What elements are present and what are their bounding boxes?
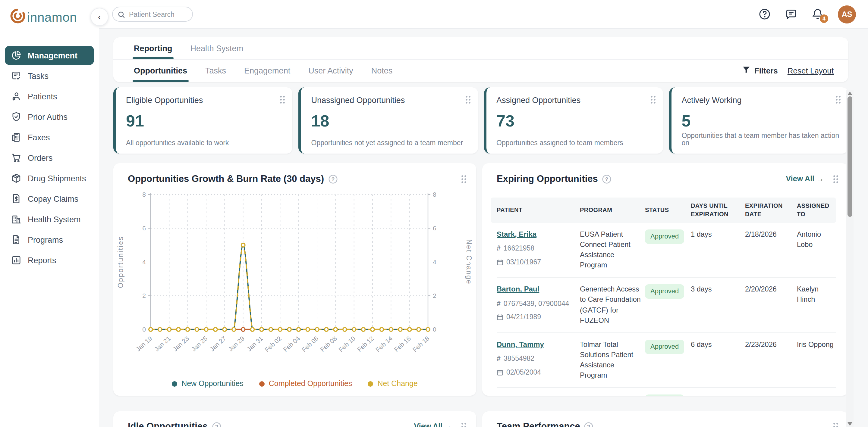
filters-button[interactable]: Filters — [742, 66, 778, 76]
idle-opportunities-card: Idle Opportunities ? View All → — [113, 412, 476, 427]
legend-item-net-change[interactable]: Net Change — [368, 380, 417, 388]
scrollbar-down-arrow[interactable] — [847, 422, 852, 426]
stat-card-value: 18 — [311, 112, 470, 131]
stat-card-unassigned-opportunities: Unassigned Opportunities18Opportunities … — [299, 87, 478, 154]
tab-reporting[interactable]: Reporting — [134, 37, 173, 59]
drag-handle-icon[interactable] — [464, 95, 472, 105]
sidebar-item-label: Reports — [28, 256, 56, 265]
sidebar-item-orders[interactable]: Orders — [5, 148, 94, 167]
expiration-date-cell: 2/20/2026 — [745, 285, 793, 295]
sidebar-item-prior-auths[interactable]: Prior Auths — [5, 107, 94, 127]
patient-ids: #16621958 — [497, 243, 576, 254]
copay-claims-icon — [11, 193, 22, 204]
expiring-help-icon[interactable]: ? — [602, 174, 611, 184]
svg-text:Jan 25: Jan 25 — [190, 335, 209, 353]
days-until-expiration-cell: 3 days — [691, 285, 741, 295]
patient-name-link[interactable]: Stark, Erika — [497, 230, 536, 238]
svg-text:4: 4 — [433, 258, 436, 265]
expiring-view-all-link[interactable]: View All → — [786, 175, 824, 183]
expiring-opportunities-card: Expiring Opportunities ? View All → Pati… — [482, 163, 848, 396]
sidebar-item-reports[interactable]: Reports — [5, 251, 94, 270]
stat-card-description: Opportunities not yet assigned to a team… — [311, 139, 471, 146]
program-cell: EUSA Patient Connect Patient Assistance … — [580, 229, 641, 271]
drag-handle-icon[interactable] — [460, 421, 468, 427]
column-header-program: Program — [580, 206, 641, 215]
subtab-user-activity[interactable]: User Activity — [308, 60, 353, 82]
drag-handle-icon[interactable] — [832, 421, 840, 427]
drag-handle-icon[interactable] — [832, 174, 840, 184]
idle-help-icon[interactable]: ? — [212, 422, 221, 427]
sidebar-item-label: Health System — [28, 215, 81, 224]
patient-cell: Garcia, Ethan #89928046 01/02/2005 — [497, 394, 576, 396]
sidebar-item-management[interactable]: Management — [5, 46, 94, 65]
orders-icon — [11, 152, 22, 163]
idle-view-all-link[interactable]: View All → — [414, 422, 452, 427]
tasks-icon — [11, 70, 22, 81]
status-cell: Approved — [645, 285, 687, 299]
stat-card-value: 73 — [496, 112, 655, 131]
stat-card-assigned-opportunities: Assigned Opportunities73Opportunities as… — [484, 87, 663, 154]
patient-name-link[interactable]: Dunn, Tammy — [497, 340, 544, 349]
drag-handle-icon[interactable] — [649, 95, 657, 105]
chart-help-icon[interactable]: ? — [328, 174, 337, 184]
subtab-engagement[interactable]: Engagement — [244, 60, 290, 82]
legend-item-new-opportunities[interactable]: New Opportunities — [172, 380, 244, 388]
legend-item-completed-opportunities[interactable]: Completed Opportunities — [259, 380, 352, 388]
expiration-date-cell: 2/23/2026 — [745, 394, 793, 396]
hash-icon: # — [497, 243, 501, 254]
secondary-tabs: OpportunitiesTasksEngagementUser Activit… — [113, 60, 848, 82]
sidebar-item-health-system[interactable]: Health System — [5, 209, 94, 229]
drag-handle-icon[interactable] — [279, 95, 287, 105]
tabs-card: ReportingHealth System OpportunitiesTask… — [113, 37, 848, 82]
growth-burn-rate-card: Opportunities Growth & Burn Rate (30 day… — [113, 163, 476, 396]
sidebar-item-copay-claims[interactable]: Copay Claims — [5, 189, 94, 208]
brand-logo[interactable]: innamon — [0, 0, 99, 33]
status-cell: Approved — [645, 394, 687, 396]
status-badge: Approved — [645, 229, 684, 244]
subtab-opportunities[interactable]: Opportunities — [134, 60, 187, 82]
sidebar-item-label: Management — [28, 51, 78, 60]
reset-layout-link[interactable]: Reset Layout — [787, 66, 834, 75]
column-header-patient: Patient — [497, 206, 576, 215]
sidebar-item-label: Programs — [28, 235, 63, 244]
stat-card-description: Opportunities assigned to team members — [496, 139, 656, 146]
stat-card-value: 5 — [682, 112, 840, 131]
sidebar-collapse-button[interactable]: ‹ — [90, 8, 108, 26]
tab-health-system[interactable]: Health System — [190, 37, 244, 59]
team-help-icon[interactable]: ? — [584, 422, 593, 427]
patients-icon — [11, 91, 22, 102]
program-cell: Tolmar Total Solutions Patient Assistanc… — [580, 340, 641, 381]
sidebar-item-label: Faxes — [28, 133, 50, 142]
sidebar-item-label: Prior Auths — [28, 112, 67, 121]
help-icon[interactable] — [758, 8, 771, 21]
sidebar-item-tasks[interactable]: Tasks — [5, 66, 94, 86]
sidebar-item-patients[interactable]: Patients — [5, 87, 94, 106]
sidebar-item-drug-shipments[interactable]: Drug Shipments — [5, 169, 94, 188]
drag-handle-icon[interactable] — [460, 174, 468, 184]
svg-text:Net Change: Net Change — [465, 239, 473, 285]
svg-text:4: 4 — [142, 258, 146, 265]
subtab-tasks[interactable]: Tasks — [205, 60, 226, 82]
hash-icon: # — [497, 299, 501, 309]
patient-name-link[interactable]: Garcia, Ethan — [497, 395, 544, 396]
drag-handle-icon[interactable] — [834, 95, 842, 105]
primary-tabs: ReportingHealth System — [113, 37, 848, 60]
svg-text:?: ? — [605, 176, 609, 182]
scrollbar-up-arrow[interactable] — [847, 92, 852, 95]
svg-text:Feb 12: Feb 12 — [356, 335, 375, 353]
patient-name-link[interactable]: Barton, Paul — [497, 285, 539, 294]
days-until-expiration-cell: 6 days — [691, 394, 741, 396]
patient-search — [112, 7, 193, 22]
chat-icon[interactable] — [785, 8, 798, 21]
column-header-days-until-expiration: Days Until Expiration — [691, 202, 741, 219]
svg-text:Feb 02: Feb 02 — [264, 335, 283, 353]
user-avatar[interactable]: AS — [838, 5, 856, 23]
svg-text:Jan 27: Jan 27 — [209, 335, 227, 353]
sidebar-item-programs[interactable]: Programs — [5, 230, 94, 249]
svg-text:Feb 14: Feb 14 — [374, 335, 394, 353]
notifications-bell-icon[interactable]: 4 — [811, 8, 824, 21]
scrollbar-thumb[interactable] — [847, 96, 852, 217]
subtab-notes[interactable]: Notes — [371, 60, 393, 82]
svg-text:2: 2 — [433, 292, 436, 299]
sidebar-item-faxes[interactable]: Faxes — [5, 128, 94, 147]
